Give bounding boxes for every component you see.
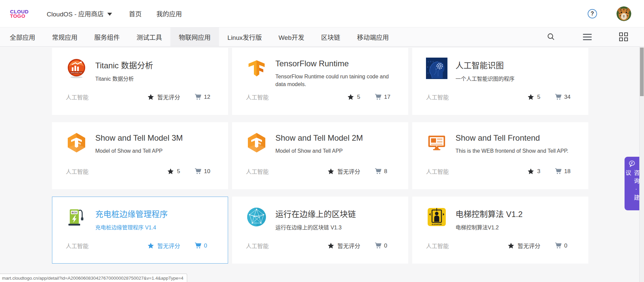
app-rating: 5 [167, 168, 180, 175]
tf-hexagon-icon [246, 132, 267, 153]
rating-value: 暂无评分 [337, 167, 360, 175]
rating-value: 暂无评分 [518, 241, 540, 250]
app-card[interactable]: Show and Tell Model 2M Model of Show and… [232, 122, 408, 189]
cart-icon [374, 242, 382, 250]
star-icon [527, 93, 534, 100]
category-tab[interactable]: 服务组件 [86, 27, 128, 46]
star-icon [327, 168, 334, 175]
cart-icon [374, 93, 382, 101]
category-tab[interactable]: 全部应用 [1, 27, 44, 46]
app-switcher[interactable]: CloudOS - 应用商店 [47, 9, 112, 18]
app-store-content: DATA ANALYSIS Titanic 数据分析 Titanic 数据分析 … [0, 47, 644, 282]
app-card-main: 运行在边缘上的区块链 运行在边缘上的区块链 V1.3 [232, 197, 408, 231]
app-title[interactable]: Titanic 数据分析 [95, 59, 153, 71]
cart-count: 0 [204, 242, 207, 249]
app-rating: 暂无评分 [327, 241, 360, 250]
app-category: 人工智能 [246, 241, 327, 250]
star-icon [507, 242, 515, 249]
scrollbar[interactable] [639, 47, 644, 282]
category-tab[interactable]: Web开发 [270, 27, 313, 46]
app-cart: 8 [374, 167, 396, 175]
cart-icon [374, 167, 382, 175]
rating-value: 暂无评分 [337, 241, 360, 250]
app-title[interactable]: 充电桩边缘管理程序 [95, 208, 168, 219]
app-rating: 5 [347, 93, 360, 100]
category-tab[interactable]: 常规应用 [44, 27, 86, 46]
monitor-icon [426, 132, 447, 153]
app-rating: 暂无评分 [147, 93, 180, 101]
app-card-footer: 人工智能 5 34 [426, 93, 576, 101]
chevron-down-icon [107, 13, 112, 16]
consult-button[interactable]: 咨询·建议 [625, 157, 639, 210]
app-category: 人工智能 [66, 93, 147, 101]
chat-bubble-icon [628, 160, 636, 167]
app-card[interactable]: 1 0 1 0 1 1 0 人工智能识图 一个人工智能识图的程序 人工智能 5 [412, 48, 588, 115]
app-card[interactable]: ECO 充电桩边缘管理程序 充电桩边缘管理程序 V1.4 人工智能 暂无评分 [52, 197, 228, 264]
rating-value: 暂无评分 [157, 93, 180, 101]
app-cart: 18 [554, 167, 576, 175]
star-icon [527, 168, 534, 175]
app-category: 人工智能 [66, 167, 167, 175]
app-card-footer: 人工智能 3 18 [426, 167, 576, 175]
app-cart: 17 [374, 93, 396, 101]
category-tab[interactable]: 物联网应用 [170, 27, 219, 46]
category-tab[interactable]: 测试工具 [128, 27, 170, 46]
cart-count: 8 [384, 168, 387, 175]
cart-icon [194, 93, 202, 101]
app-card[interactable]: DATA ANALYSIS Titanic 数据分析 Titanic 数据分析 … [52, 48, 228, 115]
app-title[interactable]: 电梯控制算法 V1.2 [455, 208, 523, 219]
rating-value: 3 [537, 168, 540, 175]
ai-head-icon: 1 0 1 0 1 1 0 [426, 58, 447, 79]
cloudtogo-logo[interactable]: CLOUD TOGO [10, 9, 29, 18]
help-icon[interactable]: ? [588, 9, 597, 18]
menu-icon[interactable] [583, 34, 592, 40]
star-icon [167, 168, 174, 175]
app-rating: 暂无评分 [507, 241, 540, 250]
app-title[interactable]: Show and Tell Model 2M [275, 133, 363, 143]
app-card-text: 运行在边缘上的区块链 运行在边缘上的区块链 V1.3 [275, 206, 356, 231]
star-icon [147, 93, 154, 100]
avatar[interactable] [616, 6, 631, 21]
category-tab-bar: 全部应用常规应用服务组件测试工具物联网应用Linux发行版Web开发区块链移动端… [0, 27, 644, 47]
tf-hexagon-icon [66, 132, 87, 153]
app-description: Model of Show and Tell APP [275, 147, 363, 155]
app-cart: 0 [194, 242, 216, 250]
app-title[interactable]: 人工智能识图 [455, 59, 515, 71]
app-card-footer: 人工智能 暂无评分 8 [246, 167, 396, 175]
svg-text:DATA ANALYSIS: DATA ANALYSIS [71, 72, 82, 74]
app-card[interactable]: 运行在边缘上的区块链 运行在边缘上的区块链 V1.3 人工智能 暂无评分 0 [232, 197, 408, 264]
app-title[interactable]: Show and Tell Model 3M [95, 133, 183, 143]
cart-count: 12 [204, 94, 210, 100]
app-card-main: ELEVATOR 电梯控制算法 V1.2 电梯控制算法V1.2 [413, 197, 588, 231]
app-category: 人工智能 [246, 93, 347, 101]
cart-count: 10 [204, 168, 210, 175]
cart-icon [554, 242, 562, 250]
blockchain-icon [246, 206, 267, 228]
search-icon[interactable] [547, 32, 555, 41]
app-title[interactable]: 运行在边缘上的区块链 [275, 208, 356, 219]
app-card-footer: 人工智能 5 10 [66, 167, 216, 175]
app-description: TensorFlow Runtime could run taining cod… [275, 73, 398, 88]
app-title[interactable]: Show and Tell Frontend [455, 133, 568, 143]
category-tab[interactable]: Linux发行版 [219, 27, 270, 46]
app-description: 一个人工智能识图的程序 [455, 75, 515, 83]
app-card-text: 充电桩边缘管理程序 充电桩边缘管理程序 V1.4 [95, 206, 168, 231]
top-bar: CLOUD TOGO CloudOS - 应用商店 首页 我的应用 ? [0, 0, 644, 27]
category-tab[interactable]: 区块链 [313, 27, 348, 46]
rating-value: 暂无评分 [157, 241, 180, 250]
nav-home[interactable]: 首页 [129, 9, 142, 18]
app-rating: 暂无评分 [327, 167, 360, 175]
app-category: 人工智能 [426, 167, 527, 175]
app-card[interactable]: TensorFlow Runtime TensorFlow Runtime co… [232, 48, 408, 115]
category-tab[interactable]: 移动端应用 [348, 27, 397, 46]
app-card-main: DATA ANALYSIS Titanic 数据分析 Titanic 数据分析 [52, 48, 228, 83]
svg-text:ECO: ECO [72, 211, 77, 214]
app-card[interactable]: ELEVATOR 电梯控制算法 V1.2 电梯控制算法V1.2 人工智能 暂无评… [412, 197, 588, 264]
grid-view-icon[interactable] [619, 32, 628, 41]
scrollbar-thumb[interactable] [640, 48, 644, 96]
ev-charger-icon: ECO [66, 206, 87, 228]
nav-my-apps[interactable]: 我的应用 [156, 9, 182, 18]
app-title[interactable]: TensorFlow Runtime [275, 59, 398, 68]
app-card[interactable]: Show and Tell Frontend This is the WEB f… [412, 122, 588, 189]
app-card[interactable]: Show and Tell Model 3M Model of Show and… [52, 122, 228, 189]
